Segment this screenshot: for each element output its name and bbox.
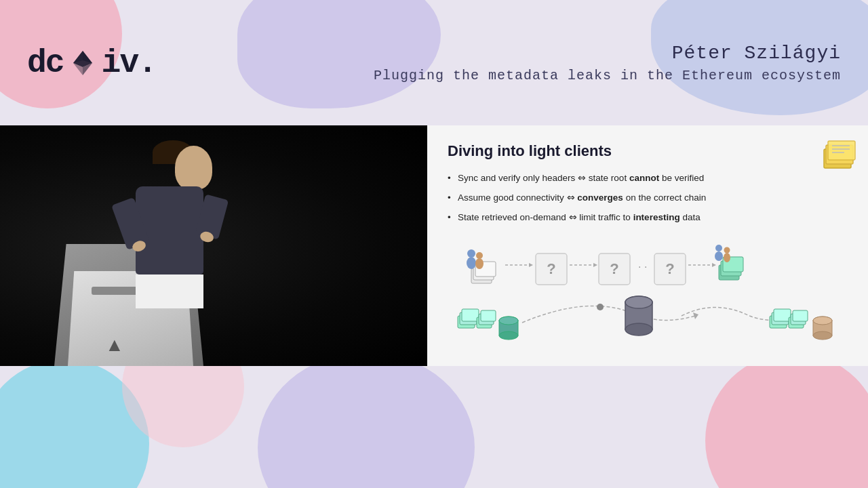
svg-point-17 [475,258,484,269]
node-light-client [467,249,496,283]
svg-text:?: ? [610,260,618,277]
svg-point-14 [467,249,475,258]
svg-rect-56 [774,309,791,321]
bullet-1: Sync and verify only headers ⇔ state roo… [448,172,848,185]
slide-panel: Diving into light clients Sync and verif… [427,125,868,366]
header-right: Péter Szilágyi Plugging the metadata lea… [374,43,841,83]
bullet-3-text-after: data [680,212,701,222]
svg-marker-19 [529,263,533,267]
bullet-3-text-before: State retrieved on-demand ⇔ limit traffi… [458,212,633,222]
bullet-3: State retrieved on-demand ⇔ limit traffi… [448,211,848,224]
svg-point-16 [476,252,483,259]
svg-rect-59 [793,310,808,321]
stack-icon [814,129,861,176]
bullet-2-text-after: on the correct chain [623,192,706,203]
talk-title: Plugging the metadata leaks in the Ether… [374,68,841,83]
svg-point-37 [724,253,730,262]
podium-logo: ▲ [105,334,124,356]
speaker-head [175,146,212,190]
logo: dc iv. [27,45,156,81]
diagram-area: ? ? . . ? [448,238,848,350]
bullet-2-text-before: Assume good connectivity ⇔ [458,192,577,203]
svg-rect-43 [481,310,496,321]
bullet-1-text-after: be verified [659,173,704,183]
svg-rect-7 [828,141,855,160]
speaker-pants [136,274,203,308]
svg-rect-40 [462,309,479,321]
slide-bullets: Sync and verify only headers ⇔ state roo… [448,172,848,224]
svg-point-46 [499,331,518,340]
svg-text:. .: . . [638,258,647,270]
video-content: ▲ [0,125,427,366]
speaker-body [136,186,203,274]
svg-point-52 [625,323,652,336]
presenter-name: Péter Szilágyi [374,43,841,64]
svg-text:?: ? [665,260,674,277]
svg-point-63 [813,317,832,325]
svg-point-34 [715,245,722,251]
bullet-2: Assume good connectivity ⇔ converges on … [448,192,848,205]
bullet-3-bold: interesting [633,212,680,222]
logo-suffix: iv. [102,45,156,81]
bottom-area [0,366,868,488]
svg-point-36 [724,247,730,253]
bullet-2-bold: converges [577,192,623,203]
logo-prefix: dc [27,45,64,81]
bullet-1-text-before: Sync and verify only headers ⇔ state roo… [458,173,629,183]
svg-point-47 [499,317,518,325]
svg-marker-30 [712,263,716,267]
svg-point-62 [813,331,832,340]
svg-point-15 [467,257,476,269]
video-panel: ▲ [0,125,427,366]
network-diagram: ? ? . . ? [448,238,848,350]
speaker-person [136,146,203,308]
ethereum-diamond-icon [68,48,98,78]
svg-point-49 [597,304,604,310]
bullet-1-bold: cannot [629,173,659,183]
svg-point-35 [715,251,723,261]
slide-title: Diving into light clients [448,142,848,160]
svg-point-53 [625,296,652,308]
svg-marker-23 [593,263,597,267]
main-area: ▲ Diving into light clients Sync and ver… [0,125,868,366]
svg-text:?: ? [547,260,555,277]
header: dc iv. Péter Szilágyi Plugging the metad… [0,0,868,125]
